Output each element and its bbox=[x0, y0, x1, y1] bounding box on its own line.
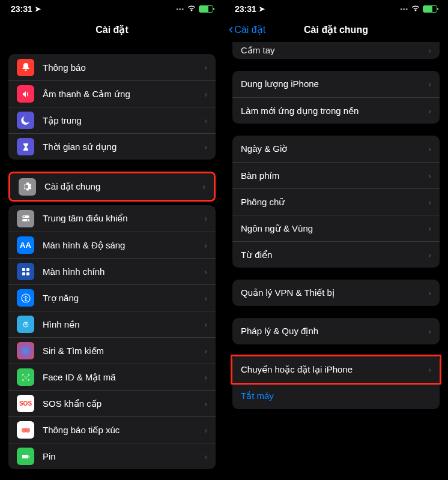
text-size-icon: AA bbox=[17, 236, 34, 254]
row-label: Chuyển hoặc đặt lại iPhone bbox=[241, 364, 428, 375]
chevron-right-icon: › bbox=[202, 182, 205, 191]
chevron-right-icon: › bbox=[204, 142, 207, 152]
face-id-icon bbox=[17, 368, 34, 386]
grid-icon bbox=[17, 263, 34, 280]
status-bar: 23:31 ➤ ••• bbox=[0, 0, 224, 17]
signal-icon: ••• bbox=[400, 6, 408, 13]
row-emergency-sos[interactable]: SOS SOS khẩn cấp › bbox=[8, 390, 216, 416]
row-general[interactable]: Cài đặt chung › bbox=[10, 173, 214, 200]
svg-rect-1 bbox=[22, 219, 29, 221]
svg-point-3 bbox=[26, 220, 28, 221]
chevron-right-icon: › bbox=[204, 89, 207, 99]
row-vpn-device[interactable]: Quản lý VPN & Thiết bị › bbox=[232, 280, 440, 306]
row-label: Cầm tay bbox=[241, 45, 428, 56]
row-display[interactable]: AA Màn hình & Độ sáng › bbox=[8, 232, 216, 258]
svg-point-9 bbox=[25, 295, 26, 296]
header: Cài đặt bbox=[0, 17, 224, 42]
row-transfer-reset[interactable]: Chuyển hoặc đặt lại iPhone › bbox=[232, 356, 440, 383]
row-keyboard[interactable]: Bàn phím › bbox=[232, 162, 440, 188]
chevron-right-icon: › bbox=[428, 224, 431, 233]
row-label: SOS khẩn cấp bbox=[43, 398, 204, 409]
row-label: Từ điển bbox=[241, 250, 428, 260]
group-reset: Chuyển hoặc đặt lại iPhone › Tắt máy bbox=[232, 355, 440, 409]
row-label: Pháp lý & Quy định bbox=[241, 326, 428, 337]
row-label: Tập trung bbox=[43, 115, 204, 126]
row-hidden-top[interactable]: Cầm tay › bbox=[232, 42, 440, 59]
status-time: 23:31 bbox=[235, 4, 256, 14]
row-label: Tắt máy bbox=[241, 391, 431, 401]
toggles-icon bbox=[17, 210, 34, 227]
row-label: Ngày & Giờ bbox=[241, 143, 428, 154]
settings-group-1: Thông báo › Âm thanh & Cảm ứng › Tập tru… bbox=[8, 54, 216, 160]
row-label: Thời gian sử dụng bbox=[43, 142, 204, 152]
row-label: Màn hình chính bbox=[43, 266, 204, 277]
row-shutdown[interactable]: Tắt máy bbox=[232, 383, 440, 409]
svg-rect-0 bbox=[22, 215, 29, 218]
chevron-right-icon: › bbox=[204, 293, 207, 303]
svg-point-2 bbox=[23, 216, 24, 217]
settings-root-screen: 23:31 ➤ ••• Cài đặt Thông báo › bbox=[0, 0, 224, 480]
back-label: Cài đặt bbox=[234, 24, 265, 35]
row-label: Hình nền bbox=[43, 319, 204, 330]
row-label: Trợ năng bbox=[43, 293, 204, 304]
row-face-id[interactable]: Face ID & Mật mã › bbox=[8, 364, 216, 390]
chevron-right-icon: › bbox=[204, 267, 207, 277]
row-label: Cài đặt chung bbox=[44, 181, 202, 192]
group-locale: Ngày & Giờ › Bàn phím › Phông chữ › Ngôn… bbox=[232, 136, 440, 268]
row-home-screen[interactable]: Màn hình chính › bbox=[8, 258, 216, 284]
svg-point-11 bbox=[24, 376, 25, 377]
row-siri[interactable]: Siri & Tìm kiếm › bbox=[8, 337, 216, 364]
chevron-right-icon: › bbox=[428, 79, 431, 89]
row-notifications[interactable]: Thông báo › bbox=[8, 54, 216, 80]
row-date-time[interactable]: Ngày & Giờ › bbox=[232, 136, 440, 162]
chevron-right-icon: › bbox=[428, 106, 431, 116]
moon-icon bbox=[17, 112, 34, 129]
chevron-right-icon: › bbox=[204, 373, 207, 382]
row-wallpaper[interactable]: Hình nền › bbox=[8, 311, 216, 337]
header: ‹ Cài đặt Cài đặt chung bbox=[224, 17, 448, 42]
group-partial: Cầm tay › bbox=[232, 42, 440, 59]
row-exposure[interactable]: Thông báo tiếp xúc › bbox=[8, 416, 216, 443]
row-fonts[interactable]: Phông chữ › bbox=[232, 188, 440, 215]
row-label: Trung tâm điều khiển bbox=[43, 213, 204, 224]
row-legal[interactable]: Pháp lý & Quy định › bbox=[232, 318, 440, 344]
chevron-right-icon: › bbox=[204, 116, 207, 125]
row-label: Siri & Tìm kiếm bbox=[43, 346, 204, 356]
group-storage: Dung lượng iPhone › Làm mới ứng dụng tro… bbox=[232, 71, 440, 124]
row-label: Pin bbox=[43, 451, 204, 461]
row-accessibility[interactable]: Trợ năng › bbox=[8, 284, 216, 311]
row-focus[interactable]: Tập trung › bbox=[8, 107, 216, 133]
row-screen-time[interactable]: Thời gian sử dụng › bbox=[8, 133, 216, 160]
svg-rect-16 bbox=[28, 455, 29, 457]
group-vpn: Quản lý VPN & Thiết bị › bbox=[232, 280, 440, 306]
row-control-center[interactable]: Trung tâm điều khiển › bbox=[8, 205, 216, 232]
highlight-transfer-reset: Chuyển hoặc đặt lại iPhone › bbox=[231, 355, 441, 385]
svg-rect-6 bbox=[22, 272, 25, 275]
settings-group-2: Trung tâm điều khiển › AA Màn hình & Độ … bbox=[8, 205, 216, 469]
chevron-right-icon: › bbox=[204, 452, 207, 461]
row-battery[interactable]: Pin › bbox=[8, 443, 216, 469]
row-dictionary[interactable]: Từ điển › bbox=[232, 241, 440, 268]
chevron-right-icon: › bbox=[204, 320, 207, 329]
chevron-right-icon: › bbox=[428, 250, 431, 260]
group-legal: Pháp lý & Quy định › bbox=[232, 318, 440, 344]
location-icon: ➤ bbox=[259, 5, 265, 13]
row-iphone-storage[interactable]: Dung lượng iPhone › bbox=[232, 71, 440, 97]
row-label: Phông chữ bbox=[241, 197, 428, 208]
chevron-right-icon: › bbox=[204, 241, 207, 250]
row-background-refresh[interactable]: Làm mới ứng dụng trong nền › bbox=[232, 97, 440, 124]
accessibility-icon bbox=[17, 289, 34, 307]
bell-icon bbox=[17, 59, 34, 76]
signal-icon: ••• bbox=[176, 6, 184, 13]
highlight-general: Cài đặt chung › bbox=[8, 172, 216, 202]
battery-icon bbox=[17, 448, 34, 465]
svg-point-12 bbox=[26, 376, 27, 377]
chevron-right-icon: › bbox=[428, 326, 431, 336]
chevron-right-icon: › bbox=[428, 46, 431, 55]
svg-rect-15 bbox=[22, 455, 28, 458]
back-button[interactable]: ‹ Cài đặt bbox=[229, 22, 265, 37]
chevron-right-icon: › bbox=[204, 425, 207, 435]
row-sounds[interactable]: Âm thanh & Cảm ứng › bbox=[8, 80, 216, 107]
location-icon: ➤ bbox=[35, 5, 41, 13]
row-language-region[interactable]: Ngôn ngữ & Vùng › bbox=[232, 215, 440, 241]
